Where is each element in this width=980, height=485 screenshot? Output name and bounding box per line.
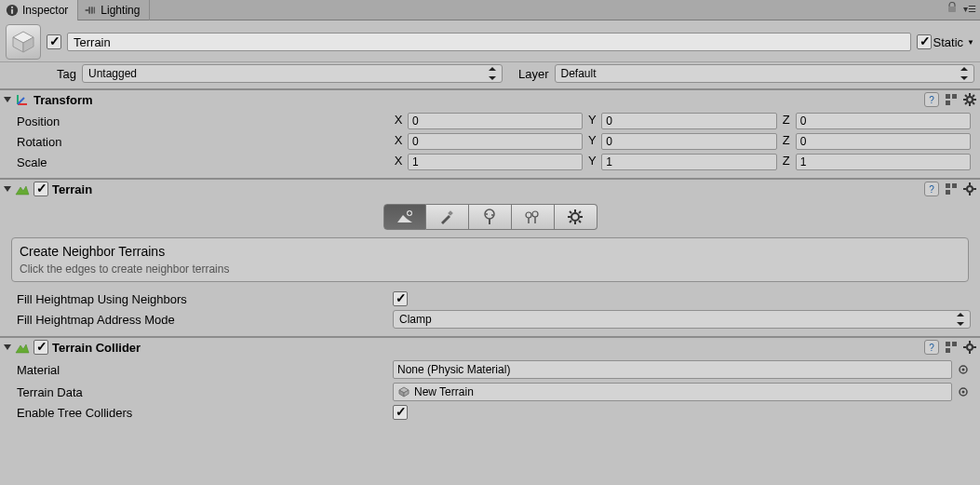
rotation-x-input[interactable]	[408, 133, 583, 150]
tab-lighting[interactable]: Lighting	[78, 0, 150, 20]
tab-bar: Inspector Lighting ▾☰	[0, 0, 980, 20]
paint-terrain-tool-button[interactable]	[426, 204, 469, 230]
panel-menu-icon[interactable]: ▾☰	[963, 4, 976, 14]
static-dropdown-icon[interactable]: ▼	[967, 38, 974, 47]
enable-tree-colliders-checkbox[interactable]	[393, 405, 408, 420]
scale-y-input[interactable]	[601, 154, 776, 170]
transform-icon	[15, 92, 30, 107]
axis-x-label: X	[393, 113, 404, 129]
svg-rect-39	[448, 210, 453, 216]
material-value: None (Physic Material)	[397, 363, 510, 376]
svg-line-55	[570, 221, 571, 222]
static-label: Static	[933, 35, 964, 49]
svg-point-30	[967, 186, 973, 192]
axis-z-label: Z	[781, 113, 792, 129]
terrain-collider-enabled-checkbox[interactable]	[34, 340, 48, 355]
tag-label: Tag	[45, 67, 76, 81]
fill-heightmap-label: Fill Heightmap Using Neighbors	[17, 292, 389, 306]
gameobject-active-checkbox[interactable]	[47, 34, 61, 49]
material-field[interactable]: None (Physic Material)	[393, 360, 952, 379]
svg-rect-58	[946, 342, 950, 346]
svg-line-13	[18, 98, 24, 104]
scale-x-input[interactable]	[408, 154, 583, 170]
layer-dropdown[interactable]: Default	[555, 64, 975, 83]
foldout-icon[interactable]	[4, 186, 11, 192]
svg-rect-15	[952, 94, 957, 99]
svg-rect-7	[948, 7, 956, 12]
component-terrain-collider: Terrain Collider ? Material None (Physic…	[0, 336, 980, 427]
terrain-collider-title: Terrain Collider	[52, 341, 141, 355]
gameobject-cube-icon[interactable]	[6, 24, 41, 60]
svg-point-61	[967, 344, 973, 350]
svg-marker-57	[16, 344, 29, 353]
svg-rect-27	[946, 183, 950, 188]
svg-marker-35	[397, 215, 412, 222]
position-x-input[interactable]	[408, 113, 583, 129]
object-picker-icon[interactable]	[956, 384, 971, 399]
static-checkbox[interactable]	[917, 34, 932, 49]
terrain-settings-tool-button[interactable]	[555, 204, 597, 230]
svg-rect-29	[946, 190, 950, 195]
terrain-icon	[15, 340, 30, 355]
gear-icon[interactable]	[963, 341, 976, 354]
help-icon[interactable]: ?	[924, 182, 939, 196]
component-terrain: Terrain ? Create Neighbor Terrains Click…	[0, 178, 980, 336]
terrain-header[interactable]: Terrain ?	[0, 180, 980, 198]
object-picker-icon[interactable]	[956, 362, 971, 377]
fill-heightmap-checkbox[interactable]	[393, 291, 408, 306]
terrain-data-field[interactable]: New Terrain	[393, 383, 952, 401]
rotation-y-input[interactable]	[601, 133, 776, 150]
scale-z-input[interactable]	[796, 154, 971, 170]
svg-point-72	[962, 391, 965, 394]
gear-icon[interactable]	[963, 182, 976, 195]
terrain-tool-info: Create Neighbor Terrains Click the edges…	[11, 237, 969, 282]
foldout-icon[interactable]	[4, 344, 11, 350]
svg-point-44	[526, 212, 531, 218]
preset-icon[interactable]	[945, 182, 958, 195]
tab-inspector-label: Inspector	[22, 4, 68, 17]
svg-point-67	[962, 369, 965, 371]
svg-rect-14	[946, 94, 950, 99]
position-y-input[interactable]	[601, 113, 776, 129]
svg-rect-2	[11, 8, 13, 13]
address-mode-value: Clamp	[399, 313, 432, 326]
svg-rect-16	[946, 101, 950, 105]
preset-icon[interactable]	[945, 341, 958, 354]
terrain-collider-header[interactable]: Terrain Collider ?	[0, 338, 980, 357]
create-neighbor-tool-button[interactable]	[383, 204, 426, 230]
material-label: Material	[17, 363, 389, 377]
scale-label: Scale	[17, 155, 389, 169]
terrain-enabled-checkbox[interactable]	[34, 182, 48, 196]
tag-value: Untagged	[88, 67, 137, 80]
transform-header[interactable]: Transform ?	[0, 90, 980, 109]
help-icon[interactable]: ?	[924, 92, 939, 107]
layer-label: Layer	[508, 67, 549, 81]
svg-line-25	[973, 95, 974, 97]
svg-rect-59	[952, 342, 957, 346]
gameobject-name-input[interactable]	[67, 33, 911, 51]
svg-line-23	[973, 102, 974, 104]
tool-subtitle: Click the edges to create neighbor terra…	[20, 263, 960, 276]
rotation-label: Rotation	[17, 135, 389, 149]
terrain-toolbar	[0, 200, 980, 237]
tag-dropdown[interactable]: Untagged	[82, 64, 503, 83]
rotation-z-input[interactable]	[796, 133, 971, 150]
paint-details-tool-button[interactable]	[512, 204, 555, 230]
position-z-input[interactable]	[796, 113, 971, 129]
help-icon[interactable]: ?	[924, 340, 939, 355]
gear-icon[interactable]	[963, 93, 976, 106]
preset-icon[interactable]	[945, 93, 958, 106]
svg-line-24	[965, 102, 967, 104]
svg-point-17	[967, 97, 973, 102]
component-transform: Transform ? Position X Y Z Rotation X Y …	[0, 88, 980, 178]
foldout-icon[interactable]	[4, 97, 11, 102]
lock-icon[interactable]	[946, 2, 958, 16]
layer-value: Default	[561, 67, 597, 80]
tab-lighting-label: Lighting	[101, 4, 140, 17]
tab-inspector[interactable]: Inspector	[0, 0, 78, 20]
paint-trees-tool-button[interactable]	[469, 204, 512, 230]
address-mode-dropdown[interactable]: Clamp	[393, 310, 971, 329]
svg-line-22	[965, 95, 967, 97]
transform-title: Transform	[34, 93, 93, 107]
svg-point-43	[491, 214, 493, 216]
